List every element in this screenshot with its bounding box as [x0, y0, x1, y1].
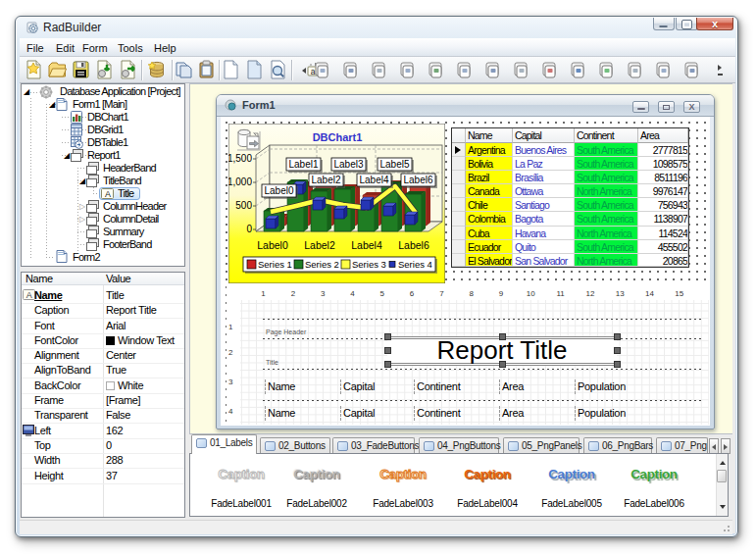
svg-text:500: 500 [235, 200, 252, 211]
svg-text:Label1: Label1 [288, 159, 318, 170]
svg-text:Label0: Label0 [264, 185, 293, 196]
svg-text:1,000: 1,000 [228, 177, 252, 187]
svg-text:Label4: Label4 [359, 175, 388, 185]
svg-text:Label2: Label2 [311, 175, 340, 185]
svg-text:1,500: 1,500 [228, 153, 252, 164]
svg-text:Series 4: Series 4 [398, 259, 432, 270]
svg-text:Label0: Label0 [257, 239, 288, 251]
svg-text:A: A [105, 189, 111, 199]
svg-text:Series 2: Series 2 [305, 259, 339, 270]
svg-text:Label6: Label6 [398, 239, 429, 251]
svg-text:Label2: Label2 [304, 239, 335, 251]
svg-text:0: 0 [246, 224, 252, 234]
svg-text:Series 1: Series 1 [258, 259, 292, 270]
svg-text:Label6: Label6 [403, 175, 432, 185]
svg-text:A: A [26, 290, 32, 300]
svg-text:DBChart1: DBChart1 [313, 131, 363, 143]
svg-text:Label3: Label3 [333, 159, 363, 170]
svg-text:Label5: Label5 [379, 159, 409, 170]
svg-text:Label4: Label4 [351, 239, 382, 251]
svg-text:Series 3: Series 3 [352, 259, 386, 270]
